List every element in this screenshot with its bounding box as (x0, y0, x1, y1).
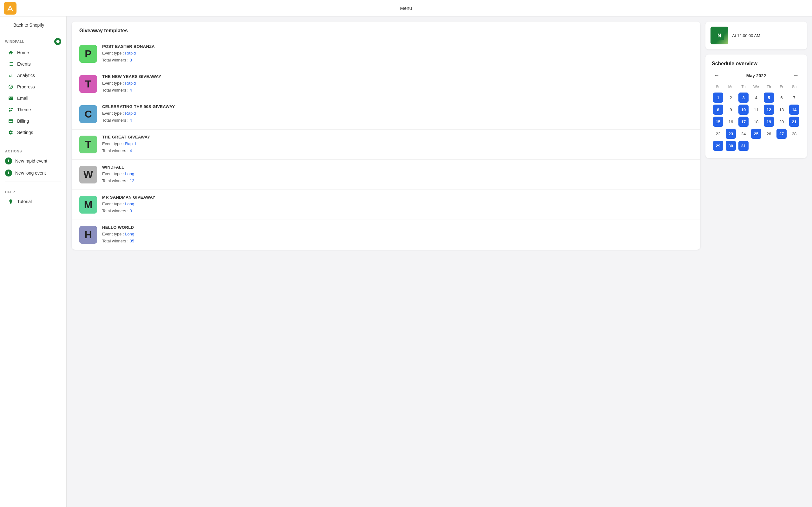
template-item-celebrating-90s[interactable]: C CELEBRATING THE 90S GIVEAWAY Event typ… (72, 99, 700, 129)
cal-day-5[interactable]: 5 (764, 93, 774, 103)
cal-day-1[interactable]: 1 (713, 93, 723, 103)
sidebar-brand-section: WINDFALL (0, 32, 66, 47)
cal-day-10[interactable]: 10 (739, 105, 749, 115)
topbar-title: Menu (400, 5, 412, 11)
sidebar-item-analytics[interactable]: Analytics (3, 70, 64, 81)
cal-cell: 19 (763, 116, 775, 128)
sidebar-item-home[interactable]: Home (3, 47, 64, 58)
cal-cell: 30 (724, 140, 737, 152)
calendar-prev-button[interactable]: ← (712, 72, 721, 79)
cal-cell: 2 (724, 92, 737, 104)
cal-cell: 10 (737, 104, 750, 116)
cal-header-su: Su (712, 83, 724, 92)
new-long-event-button[interactable]: + New long event (0, 167, 66, 179)
calendar-grid: SuMoTuWeThFrSa12345678910111213141516171… (712, 83, 801, 152)
theme-icon (8, 107, 14, 112)
back-to-shopify[interactable]: ← Back to Shopify (0, 16, 66, 32)
template-event-type: Rapid (125, 81, 136, 86)
nav-analytics-label: Analytics (17, 73, 35, 78)
cal-day-26: 26 (764, 129, 774, 139)
template-meta: Event type : Rapid Total winners : 4 (102, 140, 693, 154)
nav-theme-label: Theme (17, 107, 31, 112)
list-icon (8, 61, 14, 66)
cal-day-14[interactable]: 14 (789, 105, 799, 115)
cal-day-23[interactable]: 23 (726, 129, 736, 139)
template-item-windfall[interactable]: W WINDFALL Event type : Long Total winne… (72, 160, 700, 190)
main-content: Giveaway templates P POST EASTER BONANZA… (67, 16, 812, 507)
app-logo[interactable] (4, 2, 16, 14)
cal-day-3[interactable]: 3 (739, 93, 749, 103)
template-name: MR SANDMAN GIVEAWAY (102, 195, 693, 200)
cal-day-7: 7 (789, 93, 799, 103)
cal-cell: 24 (737, 128, 750, 140)
cal-header-mo: Mo (724, 83, 737, 92)
sidebar-item-settings[interactable]: Settings (3, 127, 64, 138)
calendar-next-button[interactable]: → (791, 72, 801, 79)
cal-header-fr: Fr (775, 83, 788, 92)
cal-cell: 8 (712, 104, 724, 116)
template-item-mr-sandman[interactable]: M MR SANDMAN GIVEAWAY Event type : Long … (72, 190, 700, 220)
cal-cell: 22 (712, 128, 724, 140)
sidebar-item-email[interactable]: Email (3, 93, 64, 104)
back-label: Back to Shopify (13, 22, 44, 27)
template-event-type: Long (125, 232, 134, 236)
cal-cell: 18 (750, 116, 763, 128)
templates-card: Giveaway templates P POST EASTER BONANZA… (72, 21, 700, 250)
cal-day-18: 18 (751, 117, 761, 127)
template-item-post-easter[interactable]: P POST EASTER BONANZA Event type : Rapid… (72, 39, 700, 69)
sidebar-item-events[interactable]: Events (3, 59, 64, 69)
template-item-hello-world[interactable]: H HELLO WORLD Event type : Long Total wi… (72, 220, 700, 250)
cal-day-29[interactable]: 29 (713, 141, 723, 151)
template-avatar: W (79, 166, 97, 183)
template-info: THE NEW YEARS GIVEAWAY Event type : Rapi… (102, 74, 693, 94)
template-info: CELEBRATING THE 90S GIVEAWAY Event type … (102, 104, 693, 124)
cal-day-30[interactable]: 30 (726, 141, 736, 151)
topbar: Menu (0, 0, 812, 16)
cal-day-12[interactable]: 12 (764, 105, 774, 115)
sidebar-item-billing[interactable]: Billing (3, 116, 64, 126)
cal-cell: 28 (788, 128, 801, 140)
template-winners: 35 (130, 239, 134, 243)
cal-day-11: 11 (751, 105, 761, 115)
help-section-label: HELP (0, 184, 66, 196)
cal-day-25[interactable]: 25 (751, 129, 761, 139)
cal-day-17[interactable]: 17 (739, 117, 749, 127)
sidebar-item-theme[interactable]: Theme (3, 104, 64, 115)
center-column: Giveaway templates P POST EASTER BONANZA… (72, 21, 700, 502)
new-rapid-event-button[interactable]: + New rapid event (0, 155, 66, 167)
cal-cell: 9 (724, 104, 737, 116)
cal-day-16: 16 (726, 117, 736, 127)
template-meta: Event type : Long Total winners : 35 (102, 231, 693, 245)
sidebar-item-progress[interactable]: Progress (3, 81, 64, 92)
cal-day-15[interactable]: 15 (713, 117, 723, 127)
template-info: POST EASTER BONANZA Event type : Rapid T… (102, 44, 693, 64)
template-item-new-years[interactable]: T THE NEW YEARS GIVEAWAY Event type : Ra… (72, 69, 700, 99)
cal-day-27[interactable]: 27 (776, 129, 786, 139)
svg-rect-0 (6, 4, 14, 13)
cal-cell: 17 (737, 116, 750, 128)
template-list: P POST EASTER BONANZA Event type : Rapid… (72, 39, 700, 250)
cal-day-19[interactable]: 19 (764, 117, 774, 127)
cal-cell: 25 (750, 128, 763, 140)
cal-day-20: 20 (776, 117, 786, 127)
cal-cell: 31 (737, 140, 750, 152)
cal-cell: 27 (775, 128, 788, 140)
cal-day-21[interactable]: 21 (789, 117, 799, 127)
cal-cell: 13 (775, 104, 788, 116)
cal-header-sa: Sa (788, 83, 801, 92)
template-name: THE GREAT GIVEAWAY (102, 135, 693, 139)
sidebar-item-tutorial[interactable]: Tutorial (3, 196, 64, 207)
chat-icon[interactable] (54, 38, 61, 45)
template-name: HELLO WORLD (102, 225, 693, 230)
template-meta: Event type : Long Total winners : 12 (102, 170, 693, 184)
back-arrow-icon: ← (5, 21, 11, 28)
nav-events-label: Events (17, 61, 31, 66)
cal-day-6: 6 (776, 93, 786, 103)
cal-day-8[interactable]: 8 (713, 105, 723, 115)
template-meta: Event type : Rapid Total winners : 4 (102, 80, 693, 94)
plus-icon-2: + (5, 170, 12, 176)
template-item-great-giveaway[interactable]: T THE GREAT GIVEAWAY Event type : Rapid … (72, 130, 700, 160)
cal-day-31[interactable]: 31 (739, 141, 749, 151)
template-meta: Event type : Long Total winners : 3 (102, 201, 693, 215)
bar-chart-icon (8, 73, 14, 78)
